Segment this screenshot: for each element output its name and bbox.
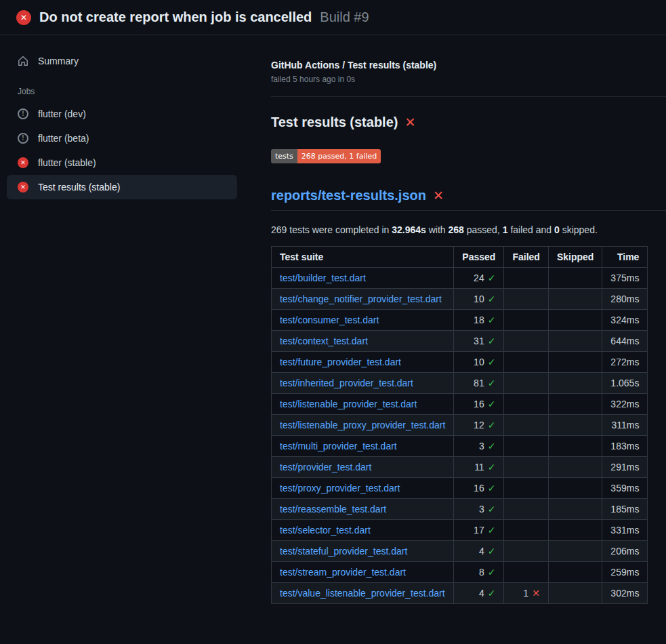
suite-link[interactable]: test/listenable_provider_test.dart: [280, 399, 417, 409]
skipped-cell: [548, 478, 602, 499]
time-cell: 359ms: [602, 478, 648, 499]
suite-link[interactable]: test/change_notifier_provider_test.dart: [280, 294, 442, 304]
count-value: 4: [479, 588, 484, 599]
suite-link[interactable]: test/value_listenable_provider_test.dart: [280, 588, 445, 599]
sidebar-item-flutter-beta-[interactable]: !flutter (beta): [7, 126, 237, 150]
badge-value: 268 passed, 1 failed: [297, 149, 381, 163]
suite-link[interactable]: test/proxy_provider_test.dart: [280, 483, 400, 494]
sidebar-item-test-results-stable-[interactable]: ✕Test results (stable): [7, 175, 237, 199]
passed-cell: 17✓: [454, 520, 504, 541]
check-icon: ✓: [488, 399, 496, 409]
time-cell: 375ms: [602, 268, 648, 289]
sidebar-item-summary[interactable]: Summary: [7, 49, 237, 73]
suite-link[interactable]: test/consumer_test.dart: [280, 315, 379, 325]
section-title: Test results (stable) ✕: [271, 115, 666, 130]
suite-cell: test/selector_test.dart: [272, 520, 454, 541]
summary-text: with: [426, 224, 449, 235]
count-value: 4: [479, 546, 484, 557]
check-icon: ✓: [488, 483, 496, 494]
check-icon: ✓: [488, 588, 496, 599]
suite-link[interactable]: test/future_provider_test.dart: [280, 357, 401, 367]
table-row: test/multi_provider_test.dart3✓183ms: [272, 436, 648, 457]
count-value: 16: [474, 399, 484, 409]
summary-sentence: 269 tests were completed in 32.964s with…: [271, 224, 666, 235]
sidebar-item-flutter-stable-[interactable]: ✕flutter (stable): [7, 150, 237, 175]
passed-cell: 3✓: [454, 499, 504, 520]
alert-circle-icon: !: [18, 108, 28, 119]
table-row: test/future_provider_test.dart10✓272ms: [272, 352, 648, 373]
suite-cell: test/future_provider_test.dart: [272, 352, 454, 373]
check-icon: ✓: [488, 294, 496, 304]
time-cell: 206ms: [602, 541, 648, 562]
alert-circle-icon: !: [18, 133, 28, 144]
count-value: 12: [474, 420, 484, 430]
sidebar-item-flutter-dev-[interactable]: !flutter (dev): [7, 102, 237, 126]
skipped-cell: [548, 352, 602, 373]
suite-cell: test/inherited_provider_test.dart: [272, 373, 454, 394]
skipped-cell: [548, 562, 602, 583]
failed-cell: [504, 289, 548, 310]
time-cell: 322ms: [602, 394, 648, 415]
column-header: Failed: [504, 247, 548, 268]
passed-cell: 81✓: [454, 373, 504, 394]
skipped-cell: [548, 457, 602, 478]
suite-link[interactable]: test/stream_provider_test.dart: [280, 567, 406, 578]
sidebar-item-label: flutter (stable): [38, 157, 96, 168]
failed-cell: [504, 373, 548, 394]
table-row: test/selector_test.dart17✓331ms: [272, 520, 648, 541]
suite-link[interactable]: test/builder_test.dart: [280, 273, 366, 283]
main-content: GitHub Actions / Test results (stable) f…: [244, 35, 666, 618]
check-icon: ✓: [488, 315, 496, 325]
check-icon: ✓: [488, 420, 496, 430]
failed-cell: [504, 268, 548, 289]
passed-cell: 18✓: [454, 310, 504, 331]
suite-link[interactable]: test/listenable_proxy_provider_test.dart: [280, 420, 445, 430]
failed-cell: [504, 394, 548, 415]
suite-link[interactable]: test/context_test.dart: [280, 336, 368, 346]
suite-cell: test/proxy_provider_test.dart: [272, 478, 454, 499]
suite-cell: test/value_listenable_provider_test.dart: [272, 583, 454, 604]
table-row: test/builder_test.dart24✓375ms: [272, 268, 648, 289]
suite-link[interactable]: test/inherited_provider_test.dart: [280, 378, 413, 388]
failed-cell: [504, 520, 548, 541]
time-cell: 185ms: [602, 499, 648, 520]
failed-cell: [504, 352, 548, 373]
check-icon: ✓: [488, 546, 496, 557]
check-icon: ✓: [488, 504, 496, 515]
skipped-cell: [548, 394, 602, 415]
suite-cell: test/multi_provider_test.dart: [272, 436, 454, 457]
column-header: Test suite: [272, 247, 454, 268]
sidebar: Summary Jobs !flutter (dev)!flutter (bet…: [0, 35, 244, 213]
column-header: Passed: [454, 247, 504, 268]
x-icon: ✕: [532, 588, 540, 599]
suite-link[interactable]: test/reassemble_test.dart: [280, 504, 386, 515]
home-icon: [18, 56, 28, 66]
passed-cell: 24✓: [454, 268, 504, 289]
build-number: Build #9: [320, 9, 369, 25]
suite-cell: test/consumer_test.dart: [272, 310, 454, 331]
suite-link[interactable]: test/multi_provider_test.dart: [280, 441, 397, 451]
check-icon: ✓: [488, 567, 496, 578]
table-row: test/proxy_provider_test.dart16✓359ms: [272, 478, 648, 499]
suite-link[interactable]: test/stateful_provider_test.dart: [280, 546, 407, 557]
badge-label: tests: [271, 149, 297, 163]
failed-cell: [504, 457, 548, 478]
count-value: 31: [474, 336, 484, 346]
time-cell: 291ms: [602, 457, 648, 478]
suite-link[interactable]: test/provider_test.dart: [280, 462, 371, 472]
sidebar-jobs-list: !flutter (dev)!flutter (beta)✕flutter (s…: [7, 102, 237, 199]
x-circle-icon: ✕: [18, 182, 28, 193]
check-icon: ✓: [488, 357, 496, 367]
results-table: Test suitePassedFailedSkippedTime test/b…: [271, 246, 648, 604]
summary-text: passed,: [464, 224, 503, 235]
passed-cell: 11✓: [454, 457, 504, 478]
suite-cell: test/listenable_provider_test.dart: [272, 394, 454, 415]
suite-cell: test/context_test.dart: [272, 331, 454, 352]
failed-cell: [504, 331, 548, 352]
passed-cell: 3✓: [454, 436, 504, 457]
time-cell: 311ms: [602, 415, 648, 436]
suite-link[interactable]: test/selector_test.dart: [280, 525, 371, 536]
check-icon: ✓: [488, 441, 496, 451]
x-icon: ✕: [433, 188, 444, 203]
report-link[interactable]: reports/test-results.json: [271, 188, 426, 203]
